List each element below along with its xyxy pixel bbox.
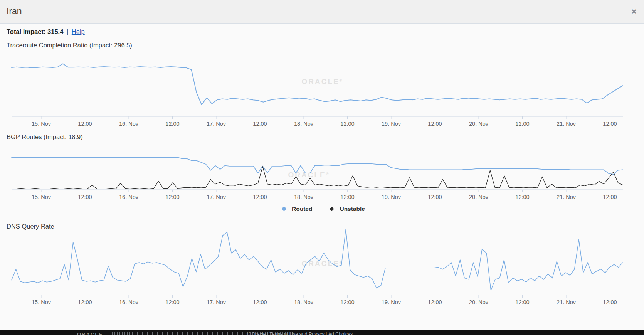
svg-text:21. Nov: 21. Nov — [557, 299, 576, 305]
svg-text:18. Nov: 18. Nov — [294, 299, 314, 305]
svg-text:21. Nov: 21. Nov — [557, 121, 576, 127]
svg-text:17. Nov: 17. Nov — [207, 121, 226, 127]
footer-legal-links[interactable]: © Oracle | Terms of Use and Privacy | Ad… — [247, 332, 353, 335]
svg-text:20. Nov: 20. Nov — [469, 194, 489, 200]
svg-text:12:00: 12:00 — [428, 299, 442, 305]
separator: | — [67, 28, 68, 35]
svg-text:12:00: 12:00 — [603, 194, 617, 200]
modal-title: Iran — [7, 6, 22, 17]
svg-text:12:00: 12:00 — [165, 194, 179, 200]
bgp-chart-title: BGP Routes (Impact: 18.9) — [7, 133, 83, 141]
svg-text:12:00: 12:00 — [253, 121, 267, 127]
svg-text:16. Nov: 16. Nov — [119, 299, 139, 305]
legend-item-routed[interactable]: Routed — [279, 205, 312, 212]
help-link[interactable]: Help — [72, 28, 85, 35]
footer-oracle-wordmark: ORACLE — [77, 332, 103, 335]
svg-text:12:00: 12:00 — [515, 299, 529, 305]
svg-text:18. Nov: 18. Nov — [294, 194, 314, 200]
svg-text:20. Nov: 20. Nov — [469, 121, 489, 127]
total-impact-value: 315.4 — [47, 28, 63, 35]
svg-text:12:00: 12:00 — [515, 194, 529, 200]
svg-text:15. Nov: 15. Nov — [32, 194, 51, 200]
svg-text:18. Nov: 18. Nov — [294, 121, 314, 127]
legend-label-unstable: Unstable — [340, 205, 365, 212]
traceroute-chart[interactable]: ORACLE®15. Nov12:0016. Nov12:0017. Nov12… — [0, 53, 644, 132]
svg-text:12:00: 12:00 — [603, 299, 617, 305]
svg-text:19. Nov: 19. Nov — [382, 194, 401, 200]
unstable-diamond-icon — [327, 207, 337, 211]
dns-chart[interactable]: ORACLE®15. Nov12:0016. Nov12:0017. Nov12… — [0, 227, 644, 310]
svg-text:17. Nov: 17. Nov — [207, 299, 226, 305]
svg-text:21. Nov: 21. Nov — [557, 194, 576, 200]
bgp-legend: Routed Unstable — [0, 205, 644, 212]
svg-text:12:00: 12:00 — [603, 121, 617, 127]
legend-item-unstable[interactable]: Unstable — [327, 205, 365, 212]
svg-text:19. Nov: 19. Nov — [382, 299, 401, 305]
svg-text:12:00: 12:00 — [165, 121, 179, 127]
bgp-chart[interactable]: ORACLE®15. Nov12:0016. Nov12:0017. Nov12… — [0, 142, 644, 205]
svg-text:12:00: 12:00 — [78, 194, 92, 200]
total-impact-row: Total impact: 315.4 | Help — [7, 28, 85, 35]
svg-text:15. Nov: 15. Nov — [32, 121, 51, 127]
close-icon[interactable]: ✕ — [631, 8, 637, 15]
svg-text:16. Nov: 16. Nov — [119, 121, 139, 127]
svg-text:20. Nov: 20. Nov — [469, 299, 489, 305]
svg-text:19. Nov: 19. Nov — [382, 121, 401, 127]
svg-text:16. Nov: 16. Nov — [119, 194, 139, 200]
svg-text:12:00: 12:00 — [340, 194, 354, 200]
modal-header: Iran ✕ — [0, 0, 644, 24]
svg-text:12:00: 12:00 — [78, 299, 92, 305]
legend-label-routed: Routed — [292, 205, 312, 212]
svg-text:12:00: 12:00 — [165, 299, 179, 305]
svg-text:12:00: 12:00 — [78, 121, 92, 127]
routed-circle-icon — [279, 207, 289, 211]
traceroute-chart-title: Traceroute Completion Ratio (Impact: 296… — [7, 42, 132, 49]
total-impact-label: Total impact: — [7, 28, 45, 35]
svg-text:17. Nov: 17. Nov — [207, 194, 226, 200]
svg-text:12:00: 12:00 — [340, 299, 354, 305]
footer-bar: ORACLE © Oracle | Terms of Use and Priva… — [0, 330, 644, 335]
svg-text:ORACLE®: ORACLE® — [288, 171, 329, 179]
svg-text:12:00: 12:00 — [253, 299, 267, 305]
svg-text:12:00: 12:00 — [428, 194, 442, 200]
svg-text:12:00: 12:00 — [253, 194, 267, 200]
svg-text:12:00: 12:00 — [340, 121, 354, 127]
svg-text:12:00: 12:00 — [515, 121, 529, 127]
svg-text:ORACLE®: ORACLE® — [302, 77, 342, 86]
svg-text:15. Nov: 15. Nov — [32, 299, 51, 305]
svg-text:12:00: 12:00 — [428, 121, 442, 127]
